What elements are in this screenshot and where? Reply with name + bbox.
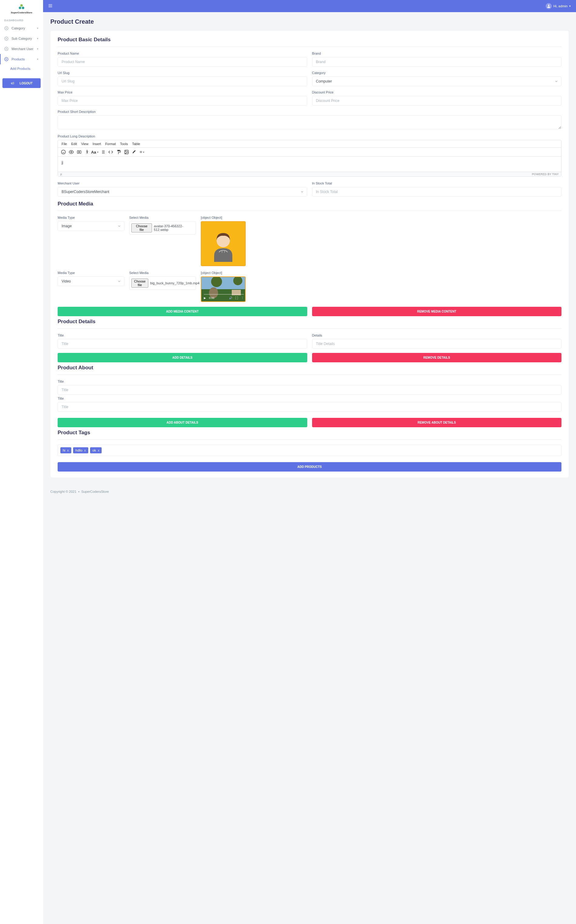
svg-point-4 (6, 38, 7, 39)
user-menu[interactable]: Hi, admin ▼ (546, 3, 571, 9)
brand-input[interactable] (312, 57, 562, 67)
volume-icon[interactable]: 🔊 (229, 296, 232, 299)
max-price-label: Max Price (58, 90, 307, 94)
play-icon[interactable]: ▶ (204, 296, 206, 299)
editor-menu-view[interactable]: View (81, 142, 88, 146)
code-icon[interactable] (108, 150, 113, 154)
logout-button[interactable]: LOGOUT (2, 78, 41, 88)
add-products-button[interactable]: ADD PRODUCTS (58, 462, 562, 472)
tag-remove-icon[interactable]: x (98, 449, 99, 452)
preview-video[interactable]: ▶ 0:00 🔊 ⛶ ⋮ (201, 277, 246, 302)
select-media-label: Select Media (129, 271, 196, 275)
merchant-user-label: Merchant User (58, 181, 307, 185)
preview-label: [object Object] (201, 216, 562, 219)
chevron-down-icon: ▼ (37, 48, 39, 50)
about-title-input-1[interactable] (58, 385, 562, 395)
rich-text-editor: File Edit View Insert Format Tools Table… (58, 140, 562, 176)
gear-icon (4, 57, 8, 61)
short-desc-textarea[interactable] (58, 115, 562, 129)
add-about-button[interactable]: ADD ABOUT DETAILS (58, 418, 307, 427)
about-title-label-2: Title (58, 397, 562, 400)
svg-point-1 (19, 7, 21, 9)
short-desc-label: Product Short Description (58, 110, 562, 114)
table-icon[interactable]: ▼ (140, 150, 145, 154)
choose-file-button-0[interactable]: Choose file (131, 223, 152, 232)
sidebar-item-category[interactable]: Category ▼ (0, 23, 43, 34)
footer: Copyright © 2021 • SuperCodersStore (43, 484, 576, 500)
tag-item: hdllo x (73, 447, 88, 453)
emoticons-icon[interactable] (61, 150, 66, 154)
editor-content[interactable]: jj (58, 157, 561, 172)
more-icon[interactable]: ⋮ (241, 296, 244, 299)
sidebar-item-label: Category (11, 26, 25, 30)
media-type-label: Media Type (58, 271, 124, 275)
tag-remove-icon[interactable]: x (67, 449, 69, 452)
product-name-input[interactable] (58, 57, 307, 67)
sidebar-item-label: Merchant User (11, 47, 34, 51)
section-details-title: Product Details (58, 319, 562, 325)
sidebar-item-label: Sub Category (11, 37, 32, 40)
details-details-input[interactable] (312, 339, 562, 349)
chevron-down-icon: ▼ (37, 27, 39, 30)
product-name-label: Product Name (58, 51, 307, 55)
media-type-select-1[interactable]: Video (58, 277, 124, 286)
max-price-input[interactable] (58, 96, 307, 106)
file-name-1: big_buck_bunny_720p_1mb.mp4 (150, 281, 200, 285)
details-details-label: Details (312, 333, 562, 337)
gear-icon (4, 47, 8, 51)
media-type-select-0[interactable]: Image (58, 221, 124, 231)
user-greeting: Hi, admin (554, 4, 568, 8)
accessibility-icon[interactable] (85, 150, 90, 154)
add-media-button[interactable]: ADD MEDIA CONTENT (58, 307, 307, 316)
sidebar-item-merchant[interactable]: Merchant User ▼ (0, 44, 43, 54)
add-details-button[interactable]: ADD DETAILS (58, 353, 307, 362)
logo[interactable]: SuperCodersStore (0, 0, 43, 18)
section-media-title: Product Media (58, 201, 562, 207)
in-stock-input[interactable] (312, 187, 562, 197)
about-title-input-2[interactable] (58, 402, 562, 412)
font-size-icon[interactable]: Aa▼ (93, 150, 98, 154)
editor-menu-tools[interactable]: Tools (120, 142, 128, 146)
choose-file-button-1[interactable]: Choose file (131, 279, 148, 288)
details-title-input[interactable] (58, 339, 307, 349)
tag-item: hi x (60, 447, 71, 453)
svg-point-11 (61, 150, 65, 154)
remove-details-button[interactable]: REMOVE DETAILS (312, 353, 562, 362)
svg-marker-16 (79, 151, 80, 153)
tag-remove-icon[interactable]: x (84, 449, 86, 452)
image-icon[interactable] (124, 150, 129, 154)
format-painter-icon[interactable] (116, 150, 121, 154)
editor-menu-table[interactable]: Table (132, 142, 140, 146)
editor-powered[interactable]: POWERED BY TINY (532, 173, 559, 176)
hamburger-icon[interactable] (48, 3, 53, 9)
chevron-down-icon: ▼ (37, 37, 39, 40)
editor-menu-format[interactable]: Format (105, 142, 116, 146)
merchant-user-select[interactable]: BSuperCodersStoreMerchant (58, 187, 307, 197)
media-icon[interactable] (77, 150, 82, 154)
preview-icon[interactable] (69, 150, 74, 154)
tags-input[interactable]: hi x hdllo x ok x (58, 445, 562, 456)
discount-price-input[interactable] (312, 96, 562, 106)
sidebar-subitem-add-products[interactable]: Add Products (0, 64, 43, 73)
fullscreen-icon[interactable]: ⛶ (235, 296, 238, 299)
url-slug-input[interactable] (58, 77, 307, 86)
gear-icon (4, 26, 8, 30)
editor-menu-insert[interactable]: Insert (93, 142, 101, 146)
remove-media-button[interactable]: REMOVE MEDIA CONTENT (312, 307, 562, 316)
svg-point-3 (6, 27, 7, 29)
editor-menu-edit[interactable]: Edit (71, 142, 77, 146)
svg-point-14 (71, 151, 72, 153)
svg-point-2 (22, 7, 24, 9)
megaphone-icon (11, 81, 14, 85)
list-icon[interactable] (101, 150, 105, 154)
editor-menu-file[interactable]: File (62, 142, 67, 146)
file-name-0: avatar-370-456322-512.webp (154, 224, 194, 232)
sidebar-item-subcategory[interactable]: Sub Category ▼ (0, 34, 43, 44)
url-slug-label: Url Slug (58, 71, 307, 75)
preview-image (201, 221, 246, 266)
category-select[interactable]: Computer (312, 77, 562, 86)
sidebar-item-products[interactable]: Products ▼ (0, 54, 43, 64)
editor-path[interactable]: p (60, 173, 62, 176)
highlight-icon[interactable] (132, 150, 137, 154)
remove-about-button[interactable]: REMOVE ABOUT DETAILS (312, 418, 562, 427)
